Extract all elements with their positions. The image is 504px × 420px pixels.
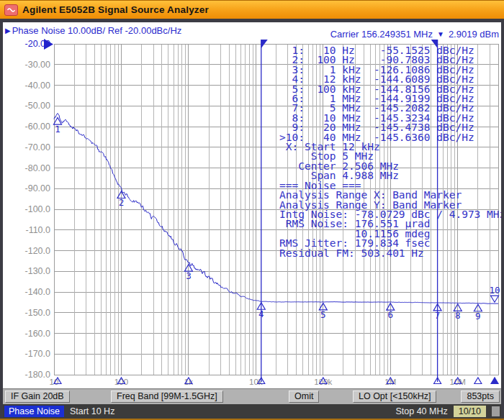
svg-text:-180.0: -180.0 <box>25 370 50 380</box>
svg-text:10M: 10M <box>450 378 466 386</box>
svg-text:-130.0: -130.0 <box>25 266 50 276</box>
y-axis-labels: -20.00-30.00-40.00-50.00-60.00-70.00-80.… <box>25 39 51 380</box>
svg-text:-30.00: -30.00 <box>25 60 50 70</box>
svg-text:6: 6 <box>388 309 394 320</box>
points-button[interactable]: 853pts <box>461 391 500 403</box>
display-area: ▶ Phase Noise 10.00dB/ Ref -20.00dBc/Hz … <box>3 22 501 388</box>
svg-text:-60.00: -60.00 <box>25 122 50 132</box>
svg-text:-120.0: -120.0 <box>25 246 50 256</box>
svg-text:7: 7 <box>435 310 441 321</box>
svg-text:-80.00: -80.00 <box>25 163 50 173</box>
svg-text:100k: 100k <box>314 378 332 386</box>
carrier-info: Carrier 156.249351 MHz ▼ 2.9019 dBm <box>330 29 499 40</box>
svg-text:5: 5 <box>320 309 326 320</box>
svg-text:100: 100 <box>114 378 128 386</box>
carrier-frequency: Carrier 156.249351 MHz <box>330 29 433 40</box>
svg-text:-50.00: -50.00 <box>25 101 50 111</box>
svg-text:1M: 1M <box>384 378 396 386</box>
trace-scale-label: Phase Noise 10.00dB/ Ref -20.00dBc/Hz <box>12 25 182 36</box>
trace-arrow-icon: ▶ <box>5 27 11 35</box>
softkey-bar: IF Gain 20dB Freq Band [99M-1.5GHz] Omit… <box>3 388 501 404</box>
svg-text:8: 8 <box>455 310 461 321</box>
svg-text:-110.0: -110.0 <box>25 225 50 235</box>
svg-text:-140.0: -140.0 <box>25 287 50 297</box>
carrier-power: 2.9019 dBm <box>449 29 499 40</box>
start-frequency-label: Start 10 Hz <box>70 406 115 416</box>
sine-wave-glyph <box>7 7 15 13</box>
svg-text:10: 10 <box>489 285 500 296</box>
status-bar: Phase Noise Start 10 Hz Stop 40 MHz 10/1… <box>3 404 501 419</box>
marker-info-panel: 1: 10 Hz -55.1525 dBc/Hz 2: 100 Hz -90.7… <box>279 46 501 258</box>
svg-text:4: 4 <box>258 309 264 319</box>
svg-text:-160.0: -160.0 <box>25 329 50 339</box>
window-title: Agilent E5052B Signal Source Analyzer <box>22 4 209 15</box>
svg-text:-170.0: -170.0 <box>25 349 50 359</box>
svg-text:3: 3 <box>186 270 192 281</box>
analyzer-window: Agilent E5052B Signal Source Analyzer ▶ … <box>0 0 504 420</box>
if-gain-button[interactable]: IF Gain 20dB <box>5 391 70 403</box>
svg-text:-100.0: -100.0 <box>25 204 50 214</box>
lo-opt-button[interactable]: LO Opt [<150kHz] <box>353 391 436 403</box>
freq-band-button[interactable]: Freq Band [99M-1.5GHz] <box>111 391 223 403</box>
trace-counter-chip[interactable]: 10/10 <box>454 406 486 417</box>
trace-header: ▶ Phase Noise 10.00dB/ Ref -20.00dBc/Hz <box>5 25 181 36</box>
svg-text:1: 1 <box>55 124 60 134</box>
svg-text:-70.00: -70.00 <box>25 142 50 152</box>
mode-chip[interactable]: Phase Noise <box>4 406 64 417</box>
svg-text:9: 9 <box>475 311 481 321</box>
app-sine-wave-icon[interactable] <box>4 4 18 16</box>
carrier-marker-down-icon: ▼ <box>437 31 444 38</box>
svg-text:-90.00: -90.00 <box>25 183 50 193</box>
svg-text:-40.00: -40.00 <box>25 81 50 91</box>
resize-grip <box>492 406 500 416</box>
svg-text:2: 2 <box>119 197 125 208</box>
stop-frequency-label: Stop 40 MHz <box>395 406 447 416</box>
x-axis-labels: 101001k10k100k1M10M <box>50 378 466 386</box>
omit-button[interactable]: Omit <box>289 391 319 403</box>
title-bar: Agilent E5052B Signal Source Analyzer <box>0 0 504 19</box>
svg-text:-150.0: -150.0 <box>25 308 50 318</box>
